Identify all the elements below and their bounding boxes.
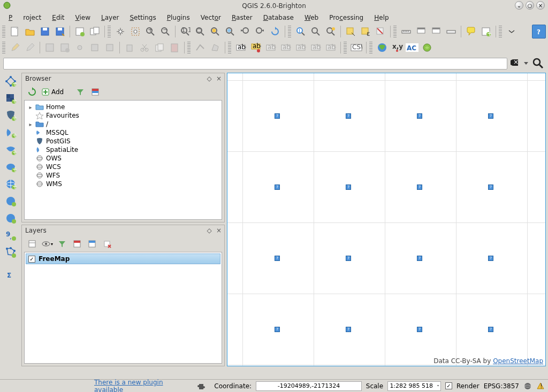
- browser-item[interactable]: OWS: [28, 154, 219, 163]
- add-csv-button[interactable]: 9,: [3, 228, 18, 243]
- browser-refresh-button[interactable]: [26, 86, 38, 98]
- label-move-button[interactable]: abc: [309, 41, 323, 55]
- browser-tree[interactable]: ▸Home Favourites▸/ MSSQL PostGIS SpatiaL…: [24, 100, 222, 220]
- add-raster-button[interactable]: +: [3, 91, 18, 106]
- panel-undock-icon[interactable]: ◇: [206, 227, 212, 234]
- browser-header[interactable]: Browser ◇ ×: [22, 73, 224, 84]
- label-settings-button[interactable]: abc: [249, 41, 263, 55]
- menu-view[interactable]: View: [70, 12, 96, 23]
- zoom-in-button[interactable]: +: [143, 25, 157, 39]
- toolbar-grip[interactable]: [288, 26, 291, 37]
- globe-button[interactable]: [375, 41, 389, 55]
- query-button[interactable]: [324, 25, 338, 39]
- toolbar-grip[interactable]: [344, 42, 347, 53]
- select-button[interactable]: [344, 25, 357, 39]
- browser-add-button[interactable]: Add: [41, 86, 64, 98]
- web-plugin-button[interactable]: [420, 41, 434, 55]
- menu-edit[interactable]: Edit: [47, 12, 70, 23]
- label-show-button[interactable]: abc: [294, 41, 308, 55]
- render-checkbox[interactable]: ✓: [445, 382, 452, 389]
- plugin-icon[interactable]: [197, 382, 206, 390]
- polygon-button[interactable]: [208, 41, 222, 55]
- menu-settings[interactable]: Settings: [124, 12, 161, 23]
- panel-close-icon[interactable]: ×: [216, 227, 222, 234]
- browser-item[interactable]: Favourites: [28, 111, 219, 120]
- add-mssql-button[interactable]: +: [3, 142, 18, 157]
- layers-collapse-button[interactable]: [86, 238, 98, 250]
- ac-button[interactable]: AC: [405, 41, 419, 55]
- menu-vector[interactable]: Vector: [195, 12, 226, 23]
- layers-header[interactable]: Layers ◇ ×: [22, 225, 224, 236]
- menu-web[interactable]: Web: [299, 12, 324, 23]
- line-button[interactable]: [193, 41, 207, 55]
- toolbar-grip[interactable]: [393, 26, 397, 37]
- browser-item[interactable]: WCS: [28, 163, 219, 171]
- toolbar-grip[interactable]: [369, 42, 372, 53]
- node-tool-button[interactable]: [103, 41, 117, 55]
- add-oracle-button[interactable]: +: [3, 159, 18, 174]
- measure-scale-button[interactable]: [444, 25, 458, 39]
- help-button[interactable]: ?: [532, 25, 546, 39]
- label-highlight-button[interactable]: abc: [264, 41, 278, 55]
- toolbar-grip[interactable]: [187, 42, 191, 53]
- move-feature-button[interactable]: [88, 41, 102, 55]
- layers-remove-button[interactable]: [101, 238, 113, 250]
- annotation-button[interactable]: [464, 25, 478, 39]
- browser-item[interactable]: ▸Home: [28, 103, 219, 111]
- minimize-button[interactable]: ⌄: [515, 1, 523, 10]
- menu-raster[interactable]: Raster: [226, 12, 258, 23]
- xy-button[interactable]: x,y: [390, 41, 404, 55]
- browser-item[interactable]: PostGIS: [28, 137, 219, 145]
- close-button[interactable]: ×: [536, 1, 545, 10]
- menu-database[interactable]: Database: [258, 12, 299, 23]
- maximize-button[interactable]: ○: [526, 1, 534, 10]
- search-icon[interactable]: [532, 57, 545, 70]
- text-label-button[interactable]: abc: [234, 41, 248, 55]
- pan-selected-button[interactable]: [128, 25, 142, 39]
- panel-undock-icon[interactable]: ◇: [206, 75, 212, 82]
- layers-add-group-button[interactable]: [26, 238, 38, 250]
- new-bookmark-button[interactable]: +: [479, 25, 493, 39]
- save-edits-button[interactable]: [23, 41, 37, 55]
- clear-icon[interactable]: ×: [509, 58, 520, 69]
- bookmarks-button[interactable]: [414, 25, 428, 39]
- more-button[interactable]: [505, 25, 519, 39]
- toolbar-grip[interactable]: [2, 26, 5, 37]
- browser-item[interactable]: ▸/: [28, 120, 219, 128]
- add-feature-button[interactable]: [73, 41, 87, 55]
- paste-button[interactable]: [168, 41, 181, 55]
- rollback-button[interactable]: [58, 41, 72, 55]
- menu-project[interactable]: Project: [3, 12, 47, 23]
- panel-close-icon[interactable]: ×: [216, 75, 222, 82]
- zoom-selection-button[interactable]: [208, 25, 222, 39]
- toolbox-button[interactable]: Σ: [3, 267, 18, 282]
- save-all-button[interactable]: [43, 41, 57, 55]
- zoom-next-button[interactable]: [253, 25, 267, 39]
- menu-help[interactable]: Help: [369, 12, 394, 23]
- locator-input[interactable]: [3, 58, 507, 70]
- toolbar-grip[interactable]: [499, 26, 502, 37]
- menu-processing[interactable]: Processing: [324, 12, 369, 23]
- browser-item[interactable]: WFS: [28, 171, 219, 180]
- menu-layer[interactable]: Layer: [96, 12, 124, 23]
- layers-visibility-button[interactable]: ▾: [41, 238, 53, 250]
- browser-item[interactable]: SpatiaLite: [28, 145, 219, 154]
- measure-button[interactable]: [399, 25, 413, 39]
- deselect-button[interactable]: [374, 25, 387, 39]
- add-vector-button[interactable]: +: [3, 74, 18, 89]
- cut-button[interactable]: [138, 41, 151, 55]
- new-composer-button[interactable]: [73, 25, 87, 39]
- toolbar-grip[interactable]: [2, 42, 5, 53]
- add-gpx-button[interactable]: [3, 245, 18, 260]
- browser-item[interactable]: MSSQL: [28, 128, 219, 137]
- delete-button2[interactable]: [123, 41, 136, 55]
- browser-item[interactable]: WMS: [28, 180, 219, 188]
- save-as-button[interactable]: [53, 25, 67, 39]
- locator-dropdown-button[interactable]: [522, 59, 530, 68]
- refresh-button[interactable]: [268, 25, 282, 39]
- scale-input[interactable]: [387, 381, 441, 391]
- plugin-alert-link[interactable]: There is a new plugin available: [94, 379, 193, 393]
- copy-button[interactable]: [153, 41, 166, 55]
- add-wfs-button[interactable]: [3, 211, 18, 226]
- edit-toggle-button[interactable]: [8, 41, 22, 55]
